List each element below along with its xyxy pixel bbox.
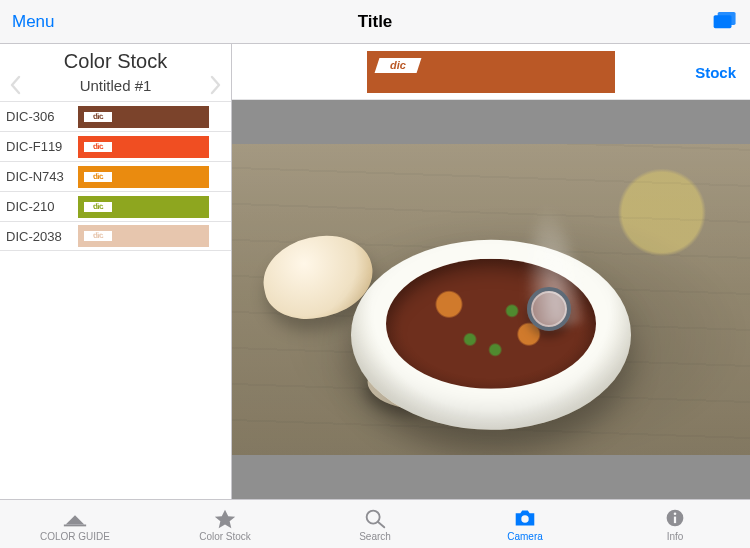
swatch-row[interactable]: DIC-F119 bbox=[0, 131, 231, 161]
chevron-left-icon[interactable] bbox=[8, 75, 22, 95]
dic-logo-icon bbox=[375, 58, 422, 73]
tab-label: Camera bbox=[507, 532, 543, 542]
sidebar: Color Stock Untitled #1 DIC-306DIC-F119D… bbox=[0, 44, 232, 499]
tab-label: Color Stock bbox=[199, 532, 251, 542]
tab-camera[interactable]: Camera bbox=[450, 500, 600, 548]
swatch-label: DIC-210 bbox=[6, 199, 78, 214]
tab-search[interactable]: Search bbox=[300, 500, 450, 548]
swatch-chip bbox=[78, 106, 209, 128]
color-loupe[interactable] bbox=[527, 287, 571, 331]
navbar: Menu Title bbox=[0, 0, 750, 44]
tab-label: COLOR GUIDE bbox=[40, 532, 110, 542]
palette-pager: Untitled #1 bbox=[0, 75, 231, 101]
svg-rect-1 bbox=[718, 11, 736, 24]
swatch-row[interactable]: DIC-N743 bbox=[0, 161, 231, 191]
dic-logo-icon bbox=[84, 231, 112, 241]
svg-point-8 bbox=[674, 512, 677, 515]
swatch-chip bbox=[78, 166, 209, 188]
swatch-row[interactable]: DIC-306 bbox=[0, 101, 231, 131]
info-icon bbox=[662, 507, 688, 531]
photos-icon bbox=[712, 9, 738, 31]
page-title: Title bbox=[92, 12, 658, 32]
tab-color-stock[interactable]: Color Stock bbox=[150, 500, 300, 548]
swatch-label: DIC-2038 bbox=[6, 229, 78, 244]
tab-color-guide[interactable]: COLOR GUIDE bbox=[0, 500, 150, 548]
svg-line-4 bbox=[378, 521, 385, 527]
color-guide-icon bbox=[62, 507, 88, 531]
tab-info[interactable]: Info bbox=[600, 500, 750, 548]
svg-rect-2 bbox=[64, 524, 86, 526]
content: Color Stock Untitled #1 DIC-306DIC-F119D… bbox=[0, 44, 750, 499]
swatch-row[interactable]: DIC-2038 bbox=[0, 221, 231, 251]
tab-label: Search bbox=[359, 532, 391, 542]
dic-logo-icon bbox=[84, 142, 112, 152]
detail-header: Stock bbox=[232, 44, 750, 100]
selected-color-chip[interactable] bbox=[367, 51, 615, 93]
camera-icon bbox=[512, 507, 538, 531]
swatch-chip bbox=[78, 136, 209, 158]
swatch-list: DIC-306DIC-F119DIC-N743DIC-210DIC-2038 bbox=[0, 101, 231, 251]
search-icon bbox=[362, 507, 388, 531]
palette-name: Untitled #1 bbox=[22, 77, 209, 94]
tabbar: COLOR GUIDEColor StockSearchCameraInfo bbox=[0, 499, 750, 548]
swatch-label: DIC-306 bbox=[6, 109, 78, 124]
dic-logo-icon bbox=[84, 112, 112, 122]
sidebar-title: Color Stock bbox=[0, 44, 231, 75]
svg-rect-7 bbox=[674, 516, 676, 523]
swatch-label: DIC-F119 bbox=[6, 139, 78, 154]
stock-button[interactable]: Stock bbox=[695, 63, 736, 80]
detail-pane: Stock bbox=[232, 44, 750, 499]
swatch-chip bbox=[78, 225, 209, 247]
photo-area[interactable] bbox=[232, 100, 750, 499]
photo bbox=[232, 144, 750, 455]
photo-prop bbox=[351, 240, 631, 430]
dic-logo-icon bbox=[84, 202, 112, 212]
chevron-right-icon[interactable] bbox=[209, 75, 223, 95]
dic-logo-icon bbox=[84, 172, 112, 182]
menu-button[interactable]: Menu bbox=[12, 12, 92, 32]
photos-button[interactable] bbox=[658, 9, 738, 35]
swatch-row[interactable]: DIC-210 bbox=[0, 191, 231, 221]
swatch-label: DIC-N743 bbox=[6, 169, 78, 184]
svg-point-5 bbox=[521, 515, 528, 522]
tab-label: Info bbox=[667, 532, 684, 542]
color-stock-icon bbox=[212, 507, 238, 531]
swatch-chip bbox=[78, 196, 209, 218]
